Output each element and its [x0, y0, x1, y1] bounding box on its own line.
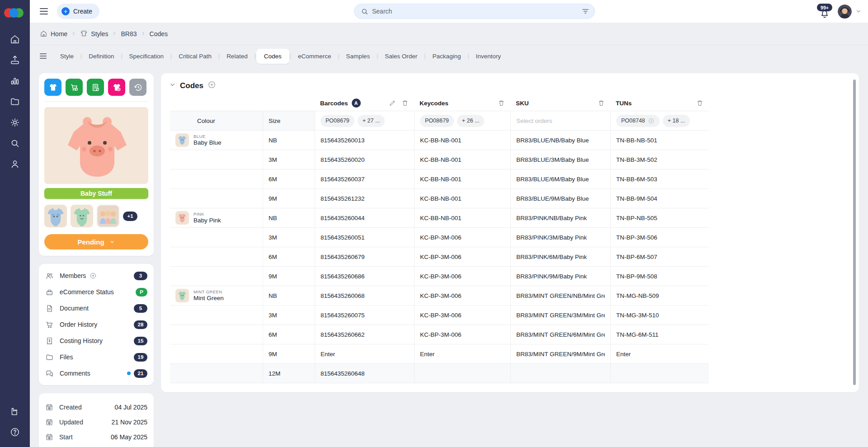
delete-icon[interactable]	[498, 99, 505, 107]
sku-cell[interactable]: BR83/PINK/NB/Baby Pink	[510, 208, 610, 227]
edit-icon[interactable]	[389, 99, 396, 107]
status-dropdown[interactable]: Pending	[44, 234, 148, 249]
tab-codes[interactable]: Codes	[256, 49, 289, 64]
tab-specification[interactable]: Specification	[123, 49, 170, 64]
remove-chip-icon[interactable]	[648, 118, 655, 124]
tun-cell[interactable]: TN-BP-NB-505	[610, 208, 709, 227]
colourway-swatch[interactable]	[175, 211, 189, 225]
tab-list-icon[interactable]	[40, 53, 47, 59]
sidebar-item-comments[interactable]: Comments 21	[39, 365, 154, 381]
tun-cell[interactable]: TN-MG-NB-509	[610, 286, 709, 305]
sku-cell[interactable]: BR83/BLUE/3M/Baby Blue	[510, 150, 610, 169]
add-member-icon[interactable]	[90, 272, 97, 279]
rail-factory-icon[interactable]	[5, 401, 24, 422]
tun-cell[interactable]: TN-MG-6M-511	[610, 325, 709, 344]
order-chip-removable[interactable]: PO08748	[616, 115, 660, 127]
sku-cell[interactable]	[510, 364, 610, 383]
tab-inventory[interactable]: Inventory	[470, 49, 508, 64]
keycode-cell[interactable]: KC-BB-NB-001	[414, 208, 510, 227]
keycode-cell[interactable]: KC-BP-3M-006	[414, 325, 510, 344]
barcode-cell[interactable]: 8156435261232	[315, 189, 414, 208]
rail-home-icon[interactable]	[5, 29, 24, 50]
tab-sales-order[interactable]: Sales Order	[378, 49, 424, 64]
sidebar-item-costing-history[interactable]: Costing History 15	[39, 333, 154, 349]
barcode-cell[interactable]: 8156435260686	[315, 267, 414, 286]
tab-critical-path[interactable]: Critical Path	[172, 49, 218, 64]
tun-cell[interactable]: TN-MG-3M-510	[610, 306, 709, 325]
rail-user-icon[interactable]	[5, 154, 24, 174]
more-orders-chip[interactable]: + 27 ...	[358, 115, 385, 127]
breadcrumb-home[interactable]: Home	[40, 30, 67, 38]
breadcrumb-style-code[interactable]: BR83	[121, 30, 137, 38]
style-action-button[interactable]	[44, 79, 61, 96]
keycode-cell[interactable]: KC-BP-3M-006	[414, 228, 510, 247]
tun-cell[interactable]: Enter	[610, 344, 709, 363]
barcode-cell[interactable]: 8156435260020	[315, 150, 414, 169]
app-logo[interactable]	[4, 7, 26, 19]
rail-help-icon[interactable]	[5, 422, 24, 442]
sku-filter-cell[interactable]: Select orders	[510, 111, 610, 130]
barcode-cell[interactable]: 8156435260679	[315, 247, 414, 266]
rail-chart-icon[interactable]	[5, 71, 24, 91]
barcode-cell[interactable]: 8156435260051	[315, 228, 414, 247]
keycode-cell[interactable]	[414, 364, 510, 383]
tab-ecommerce[interactable]: eCommerce	[292, 49, 338, 64]
vertical-scrollbar-thumb[interactable]	[853, 80, 856, 385]
tun-cell[interactable]: TN-BB-9M-504	[610, 189, 709, 208]
add-code-icon[interactable]	[208, 80, 216, 91]
sidebar-item-document[interactable]: Document 5	[39, 300, 154, 316]
order-chip[interactable]: PO08679	[420, 115, 454, 127]
tun-cell[interactable]: TN-BP-3M-506	[610, 228, 709, 247]
barcode-cell[interactable]: 8156435260068	[315, 286, 414, 305]
sku-cell[interactable]: BR83/BLUE/NB/Baby Blue	[510, 131, 610, 150]
tab-definition[interactable]: Definition	[82, 49, 120, 64]
tun-cell[interactable]: TN-BB-6M-503	[610, 169, 709, 188]
keycode-cell[interactable]: KC-BP-3M-006	[414, 286, 510, 305]
category-badge[interactable]: Baby Stuff	[44, 188, 148, 199]
sku-cell[interactable]: BR83/PINK/3M/Baby Pink	[510, 228, 610, 247]
tab-related[interactable]: Related	[220, 49, 254, 64]
keycode-cell[interactable]: KC-BP-3M-006	[414, 247, 510, 266]
barcode-cell[interactable]: 8156435260648	[315, 364, 414, 383]
sku-cell[interactable]: BR83/MINT GREEN/9M/Mint Green	[510, 344, 610, 363]
keycode-cell[interactable]: KC-BB-NB-001	[414, 189, 510, 208]
more-orders-chip[interactable]: + 26 ...	[457, 115, 485, 127]
sidebar-item-order-history[interactable]: Order History 28	[39, 316, 154, 333]
tun-cell[interactable]: TN-BP-6M-507	[610, 247, 709, 266]
style-hero-image[interactable]	[44, 107, 148, 184]
filter-icon[interactable]	[582, 8, 589, 14]
sku-cell[interactable]: BR83/MINT GREEN/3M/Mint Green	[510, 306, 610, 325]
keycode-cell[interactable]: Enter	[414, 344, 510, 363]
rail-folder-icon[interactable]	[5, 91, 24, 112]
add-document-button[interactable]	[87, 79, 104, 96]
more-orders-chip[interactable]: + 18 ...	[663, 115, 690, 127]
sidebar-item-files[interactable]: Files 19	[39, 349, 154, 365]
tab-style[interactable]: Style	[54, 49, 80, 64]
barcode-cell[interactable]: 8156435260662	[315, 325, 414, 344]
delete-icon[interactable]	[598, 99, 605, 107]
tab-packaging[interactable]: Packaging	[426, 49, 467, 64]
rail-upload-icon[interactable]	[5, 50, 24, 71]
barcode-cell[interactable]: 8156435260037	[315, 169, 414, 188]
sku-cell[interactable]: BR83/MINT GREEN/6M/Mint Green	[510, 325, 610, 344]
sku-cell[interactable]: BR83/PINK/9M/Baby Pink	[510, 267, 610, 286]
tun-cell[interactable]: TN-BB-3M-502	[610, 150, 709, 169]
add-to-cart-button[interactable]	[66, 79, 83, 96]
tun-cell[interactable]: TN-BB-NB-501	[610, 131, 709, 150]
sku-cell[interactable]: BR83/BLUE/9M/Baby Blue	[510, 189, 610, 208]
thumbnail-baby-blue[interactable]	[44, 205, 67, 227]
avatar[interactable]	[838, 5, 852, 19]
tun-cell[interactable]	[610, 364, 709, 383]
delete-icon[interactable]	[696, 99, 703, 107]
keycode-cell[interactable]: KC-BB-NB-001	[414, 150, 510, 169]
keycode-cell[interactable]: KC-BB-NB-001	[414, 131, 510, 150]
create-button[interactable]: + Create	[57, 4, 99, 19]
keycode-cell[interactable]: KC-BP-3M-006	[414, 267, 510, 286]
delete-icon[interactable]	[401, 99, 409, 107]
sidebar-item-ecommerce-status[interactable]: eCommerce Status P	[39, 284, 154, 300]
colourway-swatch[interactable]	[175, 133, 189, 147]
remove-style-button[interactable]	[108, 79, 125, 96]
tab-samples[interactable]: Samples	[340, 49, 377, 64]
collapse-chevron-icon[interactable]	[169, 81, 176, 90]
history-button[interactable]	[129, 79, 146, 96]
